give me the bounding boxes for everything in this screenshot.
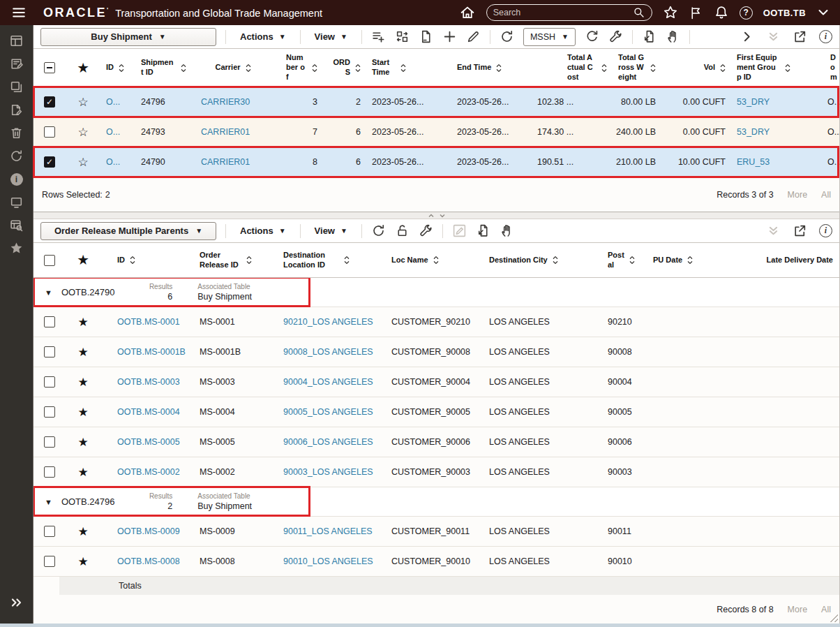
- sort-icon[interactable]: [344, 255, 350, 265]
- sort-icon[interactable]: [785, 63, 790, 73]
- column-header[interactable]: Start Time: [372, 58, 396, 78]
- column-header[interactable]: Total Gross Weight: [618, 53, 645, 82]
- equipment-group-link[interactable]: ERU_53: [731, 157, 825, 167]
- edit-pencil-icon[interactable]: [466, 29, 481, 44]
- order-id-link[interactable]: OOTB.MS-0005: [100, 437, 194, 447]
- row-checkbox[interactable]: [44, 96, 55, 108]
- column-header[interactable]: First Equipment Group ID: [737, 53, 780, 82]
- more-tools-chevron-icon[interactable]: [740, 29, 754, 44]
- order-id-link[interactable]: OOTB.MS-0001: [100, 317, 194, 327]
- more-button[interactable]: More: [788, 605, 807, 614]
- notifications-bell-icon[interactable]: [714, 5, 729, 20]
- favorite-column-header-icon[interactable]: ★: [66, 62, 100, 74]
- sort-icon[interactable]: [119, 63, 124, 73]
- order-id-link[interactable]: OOTB.MS-0001B: [100, 347, 194, 357]
- order-id-link[interactable]: OOTB.MS-0009: [100, 526, 194, 536]
- column-header[interactable]: Destination Location ID: [283, 251, 339, 270]
- favorite-star-icon[interactable]: [0, 237, 33, 260]
- column-header[interactable]: Total Actual Cost: [567, 53, 597, 82]
- file-edit-icon[interactable]: [0, 98, 33, 121]
- order-release-row[interactable]: ★ OOTB.MS-0008 MS-0008 90010_LOS ANGELES…: [33, 547, 839, 577]
- shipment-id-link[interactable]: O...: [100, 127, 135, 137]
- workspace-icon[interactable]: [0, 29, 33, 52]
- add-to-list-icon[interactable]: [371, 29, 386, 44]
- order-release-row[interactable]: ★ OOTB.MS-0005 MS-0005 90006_LOS ANGELES…: [33, 427, 839, 457]
- order-id-link[interactable]: OOTB.MS-0008: [100, 556, 194, 566]
- settings-wrench-icon[interactable]: [608, 29, 623, 44]
- favorite-star-icon[interactable]: ★: [71, 316, 95, 328]
- open-in-new-window-icon[interactable]: [793, 29, 807, 44]
- column-header[interactable]: End Time: [457, 63, 491, 73]
- sort-icon[interactable]: [629, 255, 635, 265]
- window-icon[interactable]: [0, 191, 33, 214]
- column-header[interactable]: Carrier: [215, 63, 240, 73]
- collapse-group-icon[interactable]: ▼: [45, 498, 52, 506]
- reload-icon[interactable]: [585, 29, 599, 44]
- expand-sidebar-icon[interactable]: [0, 591, 33, 614]
- actions-menu[interactable]: Actions▼: [235, 31, 291, 42]
- group-header-row[interactable]: ▼ OOTB.24790 Results 6 Associated Table …: [33, 278, 839, 307]
- collapse-panel-icon[interactable]: [766, 29, 781, 44]
- view-menu[interactable]: View▼: [310, 31, 352, 42]
- column-header[interactable]: Number of: [286, 53, 307, 82]
- compare-swap-icon[interactable]: [395, 29, 410, 44]
- refresh-icon[interactable]: [500, 29, 514, 44]
- column-header[interactable]: Postal: [608, 251, 624, 270]
- sort-icon[interactable]: [400, 63, 406, 73]
- sort-icon[interactable]: [553, 255, 558, 265]
- sort-icon[interactable]: [246, 255, 252, 265]
- favorite-star-icon[interactable]: ★: [71, 556, 95, 568]
- destination-location-link[interactable]: 90010_LOS ANGELES: [278, 556, 386, 566]
- grab-hand-icon[interactable]: [500, 223, 514, 238]
- order-release-row[interactable]: ★ OOTB.MS-0004 MS-0004 90005_LOS ANGELES…: [33, 397, 839, 427]
- user-menu-label[interactable]: OOTB.TB: [763, 8, 806, 18]
- carrier-link[interactable]: CARRIER01: [195, 157, 271, 167]
- column-header[interactable]: Loc Name: [391, 256, 428, 265]
- saved-search-selector[interactable]: MSSH ▼: [523, 28, 576, 46]
- order-id-link[interactable]: OOTB.MS-0002: [100, 467, 194, 477]
- sort-icon[interactable]: [246, 63, 251, 73]
- destination-location-link[interactable]: 90011_LOS ANGELES: [278, 526, 386, 536]
- refresh-icon[interactable]: [371, 223, 386, 238]
- order-release-row[interactable]: ★ OOTB.MS-0001B MS-0001B 90008_LOS ANGEL…: [33, 337, 839, 367]
- info-icon[interactable]: i: [0, 168, 33, 191]
- row-checkbox[interactable]: [44, 466, 55, 478]
- sort-icon[interactable]: [650, 63, 656, 73]
- view-menu[interactable]: View▼: [310, 226, 352, 236]
- sort-icon[interactable]: [433, 255, 439, 265]
- more-button[interactable]: More: [788, 190, 807, 200]
- favorite-star-icon[interactable]: ☆: [71, 126, 95, 138]
- favorite-star-icon[interactable]: ★: [71, 466, 95, 478]
- column-header[interactable]: ORDS: [332, 58, 350, 78]
- table-search-icon[interactable]: [0, 214, 33, 237]
- shipment-id-link[interactable]: O...: [100, 97, 135, 107]
- destination-location-link[interactable]: 90003_LOS ANGELES: [278, 467, 386, 477]
- row-checkbox[interactable]: [44, 436, 55, 448]
- favorite-star-icon[interactable]: ★: [71, 406, 95, 418]
- actions-menu[interactable]: Actions▼: [235, 226, 291, 236]
- favorite-star-icon[interactable]: ★: [71, 526, 95, 538]
- all-button[interactable]: All: [821, 605, 831, 614]
- column-header[interactable]: Destination City: [489, 256, 548, 265]
- sort-icon[interactable]: [687, 255, 693, 265]
- favorite-column-header-icon[interactable]: ★: [66, 254, 100, 266]
- row-checkbox[interactable]: [44, 346, 55, 357]
- shipment-table-row[interactable]: ☆ O... 24790 CARRIER01 8 6 2023-05-26...…: [33, 147, 839, 177]
- sort-icon[interactable]: [355, 63, 361, 73]
- destination-location-link[interactable]: 90008_LOS ANGELES: [278, 347, 386, 357]
- result-type-selector[interactable]: Buy Shipment ▼: [40, 28, 216, 46]
- collapse-panel-icon[interactable]: [766, 223, 781, 238]
- order-release-row[interactable]: ★ OOTB.MS-0002 MS-0002 90003_LOS ANGELES…: [33, 457, 839, 487]
- row-checkbox[interactable]: [44, 556, 55, 567]
- sort-icon[interactable]: [720, 63, 726, 73]
- row-checkbox[interactable]: [44, 376, 55, 388]
- trash-icon[interactable]: [0, 121, 33, 145]
- favorite-star-icon[interactable]: ☆: [71, 156, 95, 168]
- edit-pencil-icon[interactable]: [452, 223, 467, 238]
- sort-icon[interactable]: [312, 63, 317, 73]
- menu-icon[interactable]: [10, 3, 28, 22]
- refresh-icon[interactable]: [0, 145, 33, 168]
- row-checkbox[interactable]: [44, 406, 55, 418]
- order-release-row[interactable]: ★ OOTB.MS-0009 MS-0009 90011_LOS ANGELES…: [33, 517, 839, 547]
- select-all-checkbox[interactable]: [33, 62, 66, 73]
